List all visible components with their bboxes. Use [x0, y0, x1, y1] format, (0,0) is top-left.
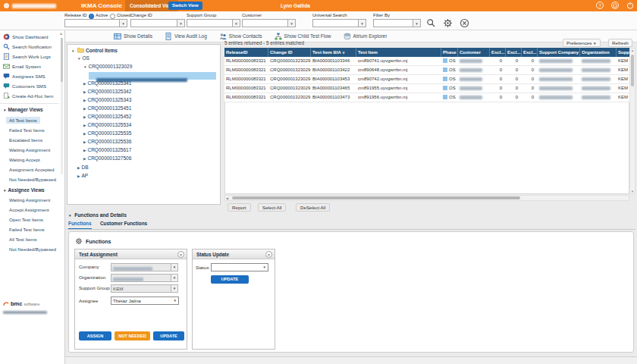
col-header-test-item-bia[interactable]: Test Item BIA ∨ — [311, 48, 356, 57]
sidebar-item-a-open-test-items[interactable]: Open Test Items — [9, 217, 43, 222]
universal-search-dropdown-arrow[interactable]: ▾ — [358, 19, 366, 27]
tree-node-selected[interactable] — [89, 72, 216, 80]
search-icon[interactable] — [426, 18, 436, 28]
table-row[interactable]: RLM000000083321 CRQ000001323029 BIA00000… — [224, 93, 629, 102]
company-field[interactable] — [111, 263, 171, 271]
table-vertical-scrollbar[interactable]: ▲ ▼ — [629, 48, 635, 194]
release-id-input[interactable] — [64, 19, 120, 27]
table-vscroll-thumb[interactable] — [631, 55, 634, 86]
sidebar-item-a-failed-test-items[interactable]: Failed Test Items — [9, 227, 45, 232]
deselect-all-button[interactable]: DeSelect All — [296, 203, 330, 212]
show-contacts-button[interactable]: Show Contacts — [219, 33, 262, 40]
filter-by-input[interactable] — [373, 19, 413, 27]
sidebar-item-failed-test-items[interactable]: Failed Test Items — [9, 127, 45, 133]
report-button[interactable]: Report — [228, 203, 251, 212]
col-header-escl-1[interactable]: Escl... — [490, 48, 506, 57]
preferences-button[interactable]: Preferences ▼ — [563, 39, 601, 47]
sidebar-item-a-accept-assignment[interactable]: Accept Assignment — [9, 207, 49, 212]
support-group-dropdown-arrow[interactable]: ▼ — [171, 284, 178, 293]
sidebar-item-waiting-accept[interactable]: Waiting Accept — [9, 157, 40, 162]
table-row[interactable]: RLM000000083321 CRQ000001323029 BIA00000… — [224, 57, 629, 66]
release-id-dropdown-arrow[interactable]: ▾ — [119, 19, 127, 27]
tree-node[interactable]: ▶CRQ000001325534 — [83, 122, 131, 127]
sidebar-item-waiting-assignment[interactable]: Waiting Assignment — [9, 147, 50, 152]
col-header-support-company[interactable]: Support Company — [538, 48, 580, 57]
assign-button[interactable]: ASSIGN — [79, 331, 111, 340]
col-header-organization[interactable]: Organization — [580, 48, 617, 57]
show-child-test-flow-button[interactable]: Show Child Test Flow — [275, 33, 331, 40]
scroll-up-icon[interactable]: ▲ — [631, 49, 634, 52]
col-header-test-item[interactable]: Test Item — [356, 48, 441, 57]
col-header-changeid[interactable]: Change ID — [268, 48, 311, 57]
tree-node-crq-parent[interactable]: ▼CRQ000001323029 — [83, 64, 132, 69]
help-icon[interactable]: ? — [596, 2, 604, 9]
support-group-dropdown-arrow[interactable]: ▾ — [232, 19, 240, 27]
tree-node-db[interactable]: ▶DB — [77, 165, 89, 170]
company-dropdown-arrow[interactable]: ▼ — [171, 263, 178, 271]
tree-node[interactable]: ▶CRQ000001325536 — [83, 139, 131, 144]
organization-dropdown-arrow[interactable]: ▼ — [171, 274, 178, 282]
sidebar-item-all-test-items[interactable]: All Test Items — [6, 117, 40, 124]
home-icon[interactable] — [611, 2, 619, 9]
tab-customer-functions[interactable]: Customer Functions — [100, 221, 147, 228]
tree-node-ap[interactable]: ▶AP — [77, 173, 88, 178]
caret-right-icon[interactable]: ▶ — [83, 115, 86, 119]
clear-search-icon[interactable] — [460, 18, 469, 28]
tree-node[interactable]: ▶CRQ000001325452 — [83, 114, 131, 119]
sidebar-item-a-not-needed-bypassed[interactable]: Not Needed/Bypassed — [9, 246, 56, 252]
support-group-field[interactable]: KEM — [111, 284, 171, 293]
tree-node[interactable]: ▶CRQ000001325535 — [83, 130, 131, 136]
sidebar-item-not-needed-bypassed[interactable]: Not Needed/Bypassed — [9, 177, 56, 182]
caret-right-icon[interactable]: ▶ — [83, 90, 86, 94]
assignee-views-header[interactable]: ▼Assignee Views — [3, 187, 45, 193]
atrium-explorer-button[interactable]: Atrium Explorer — [344, 33, 388, 40]
active-radio[interactable] — [89, 14, 94, 19]
universal-search-input[interactable] — [312, 19, 359, 27]
customer-input[interactable] — [242, 19, 288, 27]
show-details-button[interactable]: Show Details — [114, 33, 152, 40]
col-header-escl-3[interactable]: Escl... — [522, 48, 538, 57]
caret-right-icon[interactable]: ▶ — [83, 124, 86, 127]
functions-details-header[interactable]: ▼ Functions and Details — [68, 212, 127, 218]
settings-gear-icon[interactable] — [443, 18, 453, 28]
caret-down-icon[interactable]: ▼ — [83, 65, 86, 69]
sidebar-item-assignees-sms[interactable]: Assignees SMS — [3, 73, 46, 80]
caret-right-icon[interactable]: ▶ — [77, 166, 80, 170]
tree-node[interactable]: ▶CRQ000001325341 — [83, 80, 131, 86]
col-header-phase[interactable]: Phase — [441, 48, 458, 57]
not-needed-button[interactable]: NOT NEEDED — [115, 331, 150, 340]
change-id-input[interactable] — [130, 19, 177, 27]
sidebar-item-show-dashboard[interactable]: Show Dashboard — [3, 33, 48, 40]
filter-by-dropdown-arrow[interactable]: ▾ — [413, 19, 421, 27]
customer-dropdown-arrow[interactable]: ▾ — [287, 19, 296, 27]
status-combobox[interactable]: ▼ — [211, 263, 268, 271]
switch-view-button[interactable]: Switch View — [168, 2, 202, 10]
view-audit-log-button[interactable]: View Audit Log — [165, 33, 207, 40]
col-header-customer[interactable]: Customer — [458, 48, 490, 57]
caret-right-icon[interactable]: ▶ — [83, 132, 86, 136]
tree-node[interactable]: ▶CRQ000001325342 — [83, 89, 131, 94]
caret-right-icon[interactable]: ▶ — [83, 82, 86, 86]
sidebar-item-email-system[interactable]: Email System — [3, 63, 41, 70]
scroll-down-icon[interactable]: ▼ — [631, 190, 634, 193]
sidebar-item-assignment-accepted[interactable]: Assignment Accepted — [9, 167, 55, 172]
update-button[interactable]: UPDATE — [153, 331, 184, 340]
col-header-releaseid[interactable]: ReleaseID — [224, 48, 268, 57]
caret-right-icon[interactable]: ▶ — [77, 174, 80, 178]
caret-down-icon[interactable]: ▼ — [77, 57, 80, 61]
col-header-escl-2[interactable]: Escl... — [506, 48, 522, 57]
tree-node[interactable]: ▶CRQ000001325451 — [83, 105, 131, 111]
sidebar-scroll-up-icon[interactable]: ▲ — [59, 31, 63, 36]
sidebar-item-search-notification[interactable]: Search Notification — [3, 43, 52, 50]
table-row[interactable]: RLM000000083321 CRQ000001323029 BIA00000… — [224, 84, 629, 93]
support-group-input[interactable] — [187, 19, 233, 27]
select-all-button[interactable]: Select All — [258, 203, 286, 212]
table-row[interactable]: RLM000000083321 CRQ000001323029 BIA00000… — [224, 75, 629, 84]
organization-field[interactable] — [111, 274, 171, 282]
change-id-dropdown-arrow[interactable]: ▾ — [177, 19, 185, 27]
logout-icon[interactable] — [626, 2, 634, 9]
closed-radio[interactable] — [110, 14, 115, 19]
tree-node[interactable]: ▶CRQ000001325343 — [83, 97, 131, 102]
refresh-button[interactable]: Refresh — [608, 39, 632, 47]
caret-right-icon[interactable]: ▶ — [83, 107, 86, 111]
